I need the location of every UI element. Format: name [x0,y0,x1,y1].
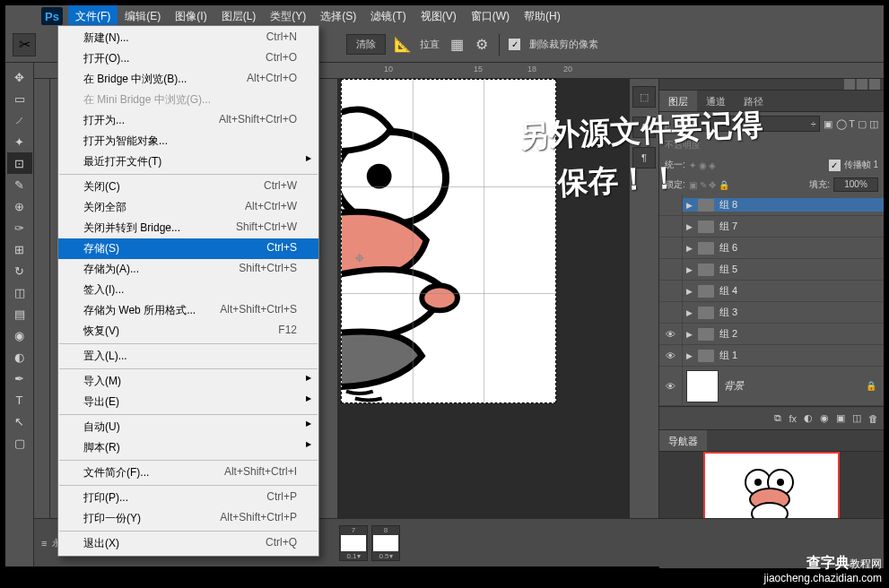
eraser-tool[interactable]: ◫ [7,281,32,303]
menu-item[interactable]: 打印(P)...Ctrl+P [58,488,318,508]
crop-tool[interactable]: ⊡ [7,152,32,174]
panel-icon-char[interactable]: A [632,117,656,138]
menu-edit[interactable]: 编辑(E) [118,5,168,28]
menu-item[interactable]: 导入(M) [58,371,318,392]
menu-file[interactable]: 文件(F) [68,5,118,28]
menu-item[interactable]: 在 Mini Bridge 中浏览(G)... [58,90,318,110]
layer-row[interactable]: ▶组 5 [659,259,884,281]
visibility-icon[interactable] [659,195,683,215]
menu-item[interactable]: 存储为(A)...Shift+Ctrl+S [58,259,318,280]
menu-filter[interactable]: 滤镜(T) [363,5,413,28]
mask-icon[interactable]: ◐ [804,412,813,424]
tab-layers[interactable]: 图层 [659,91,697,111]
menu-view[interactable]: 视图(V) [414,5,464,28]
menu-item[interactable]: 打开为...Alt+Shift+Ctrl+O [58,110,318,131]
tab-paths[interactable]: 路径 [735,91,772,111]
path-select-tool[interactable]: ↖ [7,411,32,432]
wand-tool[interactable]: ✦ [7,131,32,152]
gradient-tool[interactable]: ▤ [7,303,32,324]
grid-icon[interactable]: ▦ [449,37,465,53]
pen-tool[interactable]: ✒ [7,368,32,389]
menu-item[interactable]: 在 Bridge 中浏览(B)...Alt+Ctrl+O [58,69,318,90]
link-icon[interactable]: ⧉ [774,412,781,424]
menu-item[interactable]: 自动(U) [58,417,318,437]
healing-tool[interactable]: ⊕ [7,195,32,217]
dodge-tool[interactable]: ◐ [7,346,32,368]
menu-item[interactable]: 新建(N)...Ctrl+N [58,28,318,48]
menu-layer[interactable]: 图层(L) [214,5,264,28]
marquee-tool[interactable]: ▭ [7,88,32,109]
layer-row[interactable]: ▶组 7 [659,216,884,238]
menu-item[interactable]: 恢复(V)F12 [58,321,318,342]
visibility-icon[interactable]: 👁 [659,367,683,405]
timeline-frame[interactable]: 7 0.1▾ [339,525,368,561]
menu-window[interactable]: 窗口(W) [464,5,517,28]
shape-tool[interactable]: ▢ [7,432,32,454]
visibility-icon[interactable] [659,281,683,301]
adjust-icon[interactable]: ◉ [820,412,829,424]
layer-row[interactable]: ▶组 6 [659,238,884,259]
fill-value[interactable]: 100% [833,177,878,192]
menu-item[interactable]: 签入(I)... [58,280,318,300]
clear-button[interactable]: 清除 [346,34,386,55]
layer-row[interactable]: ▶组 8 [659,195,884,216]
menu-item[interactable]: 最近打开文件(T) [58,151,318,172]
menu-type[interactable]: 类型(Y) [263,5,313,28]
background-layer[interactable]: 👁背景🔒 [659,367,884,406]
menu-help[interactable]: 帮助(H) [517,5,568,28]
layer-row[interactable]: 👁▶组 2 [659,324,884,345]
visibility-icon[interactable]: 👁 [659,345,683,366]
crop-tool-icon[interactable]: ✂ [13,33,36,56]
menu-item[interactable]: 退出(X)Ctrl+Q [58,533,318,554]
trash-icon[interactable]: 🗑 [868,413,878,424]
type-tool[interactable]: T [7,389,32,411]
visibility-icon[interactable] [659,216,683,237]
stamp-tool[interactable]: ⊞ [7,238,32,260]
straighten-icon[interactable]: 📐 [395,37,411,53]
menu-item[interactable]: 打开为智能对象... [58,131,318,151]
delete-cropped-checkbox[interactable]: ✓ [509,39,520,50]
panel-icon-history[interactable]: ⬚ [632,86,656,108]
move-tool[interactable]: ✥ [7,66,32,88]
fx-icon[interactable]: fx [789,413,797,424]
eyedropper-tool[interactable]: ✎ [7,174,32,195]
menu-item[interactable]: 文件简介(F)...Alt+Shift+Ctrl+I [58,463,318,483]
blur-tool[interactable]: ◉ [7,324,32,346]
canvas-area[interactable] [337,79,629,518]
gear-icon[interactable]: ⚙ [474,37,490,53]
layer-row[interactable]: ▶组 3 [659,302,884,324]
history-brush-tool[interactable]: ↻ [7,260,32,281]
layer-row[interactable]: ▶组 4 [659,281,884,302]
menu-item[interactable]: 存储为 Web 所用格式...Alt+Shift+Ctrl+S [58,300,318,321]
menu-item[interactable]: 关闭并转到 Bridge...Shift+Ctrl+W [58,218,318,238]
menu-select[interactable]: 选择(S) [313,5,363,28]
canvas[interactable] [341,79,556,403]
tab-navigator[interactable]: 导航器 [659,430,707,451]
menu-item[interactable]: 导出(E) [58,392,318,412]
brush-tool[interactable]: ✑ [7,217,32,238]
panel-icon-para[interactable]: ¶ [632,147,656,169]
visibility-icon[interactable] [659,302,683,323]
menu-item[interactable]: 打开(O)...Ctrl+O [58,48,318,69]
visibility-icon[interactable]: 👁 [659,324,683,344]
menu-image[interactable]: 图像(I) [168,5,214,28]
filter-type-select[interactable]: 类型÷ [674,116,821,132]
menu-item[interactable]: 置入(L)... [58,346,318,367]
menu-item[interactable]: 打印一份(Y)Alt+Shift+Ctrl+P [58,508,318,529]
timeline-frame[interactable]: 8 0.5▾ [371,525,400,561]
maximize-icon[interactable] [857,79,867,90]
close-icon[interactable] [869,79,880,90]
menu-item[interactable]: 脚本(R) [58,437,318,458]
layer-row[interactable]: 👁▶组 1 [659,345,884,367]
tab-channels[interactable]: 通道 [697,91,735,111]
menu-item[interactable]: 关闭(C)Ctrl+W [58,177,318,197]
menu-item[interactable]: 存储(S)Ctrl+S [58,238,318,259]
visibility-icon[interactable] [659,238,683,258]
lasso-tool[interactable]: ⟋ [7,109,32,131]
propagate-checkbox[interactable]: ✓ [829,160,841,171]
menu-item[interactable]: 关闭全部Alt+Ctrl+W [58,197,318,218]
folder-icon[interactable]: ▣ [836,412,845,424]
new-layer-icon[interactable]: ◫ [852,412,861,424]
visibility-icon[interactable] [659,259,683,280]
minimize-icon[interactable] [844,79,855,90]
